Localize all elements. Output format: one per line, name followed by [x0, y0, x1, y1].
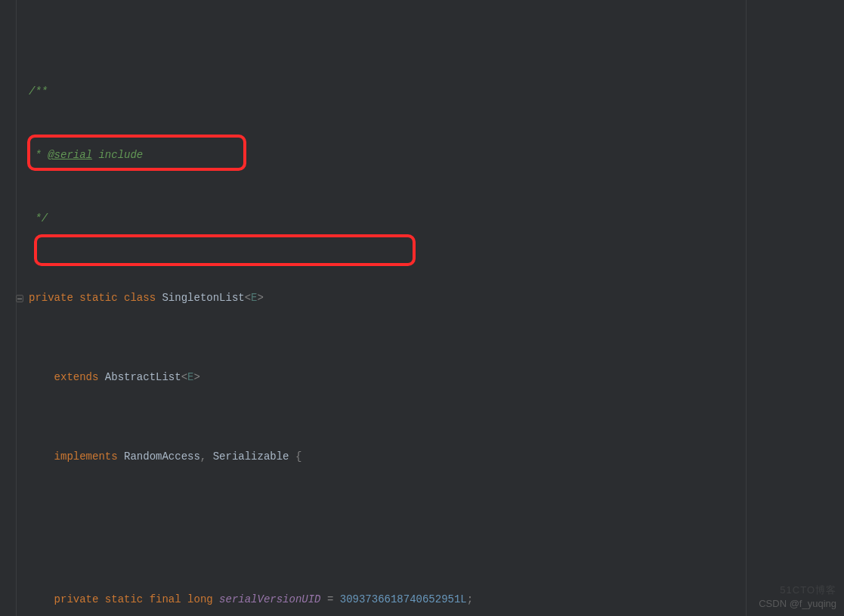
code-line: */ — [6, 211, 844, 227]
fold-icon[interactable] — [16, 295, 23, 302]
code-editor[interactable]: /** * @serial include */ private static … — [0, 0, 844, 616]
code-line: private static final long serialVersionU… — [6, 592, 844, 608]
code-line: * @serial include — [6, 147, 844, 163]
code-line: extends AbstractList<E> — [6, 370, 844, 385]
code-line: private static class SingletonList<E> — [6, 290, 844, 306]
right-gutter — [746, 0, 844, 616]
code-line: implements RandomAccess, Serializable { — [6, 449, 844, 465]
code-line: /** — [6, 84, 844, 100]
code-line — [6, 512, 844, 528]
